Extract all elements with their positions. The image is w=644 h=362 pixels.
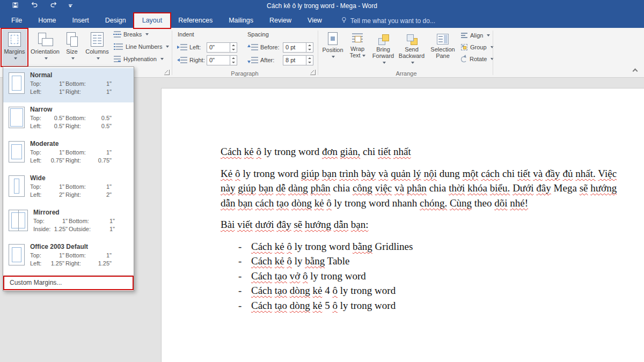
customize-quick-access-button[interactable] <box>63 0 77 12</box>
selection-pane-button[interactable]: Selection Pane <box>428 29 457 65</box>
send-backward-button[interactable]: Send Backward <box>397 29 426 65</box>
margin-label: Top: <box>30 149 48 156</box>
indent-left-icon <box>180 44 187 51</box>
rotate-button[interactable]: Rotate <box>459 54 495 64</box>
spacing-after-field[interactable]: 8 pt <box>283 55 313 65</box>
wrap-text-icon <box>352 33 363 44</box>
align-button-label: Align <box>470 32 483 39</box>
list-item: -Cách tạo vở ô ly trong word <box>221 269 617 284</box>
caret-down-icon <box>97 57 100 60</box>
size-button[interactable]: Size <box>61 29 83 65</box>
tab-view[interactable]: View <box>299 13 330 28</box>
tab-review[interactable]: Review <box>261 13 299 28</box>
margin-value: 1.25" <box>92 260 113 267</box>
undo-button[interactable] <box>25 0 44 12</box>
breaks-button-label: Breaks <box>123 31 142 38</box>
tab-home[interactable]: Home <box>30 13 64 28</box>
margin-preview-icon <box>9 107 25 128</box>
redo-button[interactable] <box>44 0 63 12</box>
orientation-button[interactable]: Orientation <box>31 29 60 65</box>
quick-access-toolbar <box>5 0 77 12</box>
indent-left-field[interactable]: 0" <box>207 42 237 53</box>
margin-label: Top: <box>30 115 48 121</box>
document-page[interactable]: Cách kẻ ô ly trong word đơn giản, chi ti… <box>161 88 644 362</box>
bring-forward-button[interactable]: Bring Forward <box>370 29 396 65</box>
margin-value: 0.5" <box>48 123 65 129</box>
document-text: Cách kẻ ô ly trong word đơn giản, chi ti… <box>221 144 617 313</box>
margin-item-name: Wide <box>30 174 113 182</box>
margin-label: Top: <box>30 80 48 87</box>
spacing-before-spinner[interactable] <box>306 43 313 52</box>
indent-right-spinner[interactable] <box>230 56 237 65</box>
margins-menu-item-normal[interactable]: Normal Top:1" Bottom:1" Left:1" Right:1" <box>3 68 134 102</box>
list-item: -Cách tạo dòng kẻ 5 ô ly trong word <box>221 298 617 313</box>
margin-value: 1" <box>48 252 65 258</box>
tab-layout[interactable]: Layout <box>134 13 171 28</box>
position-button[interactable]: Position <box>321 29 345 65</box>
document-heading: Cách kẻ ô ly trong word đơn giản, chi ti… <box>221 144 617 159</box>
spacing-before-field[interactable]: 0 pt <box>283 42 313 53</box>
tab-mailings[interactable]: Mailings <box>221 13 261 28</box>
margin-value: 1" <box>96 218 116 224</box>
margin-label: Bottom: <box>65 252 92 258</box>
margins-menu-item-office-2003-default[interactable]: Office 2003 Default Top:1" Bottom:1" Lef… <box>3 240 134 274</box>
tab-design[interactable]: Design <box>97 13 134 28</box>
save-button[interactable] <box>5 0 25 12</box>
margin-label: Bottom: <box>65 115 92 121</box>
group-button[interactable]: Group <box>459 42 495 53</box>
spinner-down-icon <box>230 48 237 53</box>
spacing-after-spinner[interactable] <box>306 56 313 65</box>
margin-preview-icon <box>9 141 25 162</box>
tab-references[interactable]: References <box>170 13 221 28</box>
line-numbers-button[interactable]: Line Numbers <box>112 41 171 52</box>
size-button-label: Size <box>66 48 77 55</box>
bring-forward-icon <box>377 33 389 45</box>
spinner-up-icon <box>230 43 237 48</box>
margin-preview-icon <box>9 210 28 231</box>
margin-value: 1.25" <box>52 226 69 232</box>
margin-value: 2" <box>48 191 65 198</box>
hyphenation-button[interactable]: Hyphenation <box>112 54 165 64</box>
margin-value: 0.5" <box>48 115 65 121</box>
indent-right-field[interactable]: 0" <box>207 55 237 65</box>
margin-label: Right: <box>65 157 92 164</box>
tell-me-label: Tell me what you want to do... <box>350 17 435 25</box>
margins-menu-item-moderate[interactable]: Moderate Top:1" Bottom:1" Left:0.75" Rig… <box>3 137 134 171</box>
align-button[interactable]: Align <box>459 30 492 41</box>
margins-menu-item-wide[interactable]: Wide Top:1" Bottom:1" Left:2" Right:2" <box>3 171 134 205</box>
qat-dropdown-icon <box>69 4 72 8</box>
paragraph-dialog-launcher-icon[interactable] <box>310 70 316 75</box>
margins-menu-item-narrow[interactable]: Narrow Top:0.5" Bottom:0.5" Left:0.5" Ri… <box>3 102 134 137</box>
caret-down-icon <box>14 57 17 60</box>
margins-icon <box>8 32 21 47</box>
wrap-text-button[interactable]: Wrap Text <box>346 29 369 65</box>
selection-pane-icon <box>437 34 449 45</box>
spacing-header: Spacing <box>247 31 269 38</box>
margin-item-name: Moderate <box>30 140 113 147</box>
caret-down-icon <box>145 33 149 35</box>
margin-preview-icon <box>9 72 25 94</box>
page-setup-dialog-launcher-icon[interactable] <box>164 70 170 75</box>
margin-value: 1" <box>96 226 116 232</box>
indent-left-spinner[interactable] <box>230 43 237 52</box>
margin-label: Right: <box>65 260 92 267</box>
custom-margins-menu-item[interactable]: Custom Margins... <box>4 277 133 289</box>
group-objects-icon <box>461 44 467 50</box>
list-item: -Cách tạo dòng kẻ 4 ô ly trong word <box>221 283 617 298</box>
tab-insert[interactable]: Insert <box>64 13 97 28</box>
margins-menu-item-mirrored[interactable]: Mirrored Top:1" Bottom:1" Inside:1.25" O… <box>3 205 134 240</box>
spinner-up-icon <box>306 56 313 61</box>
collapse-ribbon-icon[interactable] <box>633 69 638 74</box>
breaks-button[interactable]: Breaks <box>112 29 150 40</box>
caret-down-icon <box>71 57 75 60</box>
margins-button[interactable]: Margins <box>2 29 27 65</box>
tell-me-box[interactable]: Tell me what you want to do... <box>341 13 435 28</box>
hyphenation-icon <box>114 56 121 63</box>
margin-value: 1" <box>92 149 113 156</box>
tab-file[interactable]: File <box>3 13 30 28</box>
margin-value: 1" <box>48 183 65 190</box>
paragraph-group-label: Paragraph <box>173 70 317 77</box>
indent-right-label: Right: <box>189 55 205 65</box>
columns-button[interactable]: Columns <box>84 29 110 65</box>
margin-label: Bottom: <box>65 80 92 87</box>
